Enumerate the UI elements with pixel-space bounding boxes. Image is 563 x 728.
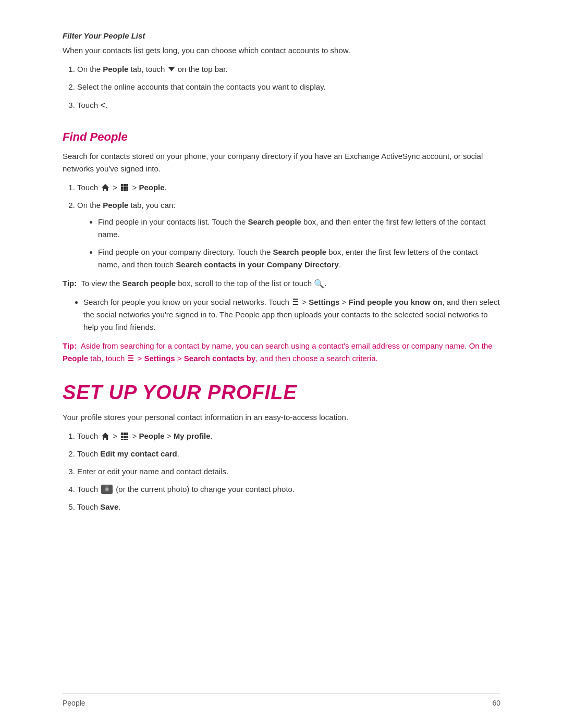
- svg-rect-8: [127, 190, 128, 191]
- setup-profile-title: SET UP YOUR PROFILE: [63, 381, 500, 404]
- tip-1-label: Tip:: [63, 279, 77, 288]
- filter-step-3: Touch <.: [77, 98, 500, 114]
- filter-step-2: Select the online accounts that contain …: [77, 81, 500, 93]
- find-bullet-3: Search for people you know on your socia…: [83, 296, 500, 334]
- menu-dots-icon: [292, 298, 299, 307]
- svg-rect-3: [121, 187, 124, 190]
- svg-rect-1: [124, 184, 127, 187]
- down-arrow-icon: [168, 67, 175, 71]
- filter-steps: On the People tab, touch on the top bar.…: [77, 63, 500, 114]
- find-bullets: Find people in your contacts list. Touch…: [98, 216, 500, 271]
- filter-description: When your contacts list gets long, you c…: [63, 44, 500, 57]
- home-icon-2: [101, 431, 110, 441]
- svg-rect-23: [127, 439, 128, 440]
- svg-rect-20: [127, 436, 128, 438]
- setup-step-2: Touch Edit my contact card.: [77, 448, 500, 460]
- filter-title: Filter Your People List: [63, 31, 500, 40]
- search-icon: 🔍: [314, 279, 324, 288]
- find-bullet-3-list: Search for people you know on your socia…: [83, 296, 500, 334]
- setup-profile-steps: Touch > > People > My profile.: [77, 430, 500, 513]
- setup-profile-section: SET UP YOUR PROFILE Your profile stores …: [63, 381, 500, 513]
- svg-rect-15: [121, 433, 124, 435]
- svg-rect-27: [105, 485, 109, 487]
- svg-rect-14: [128, 360, 133, 361]
- svg-rect-18: [121, 436, 124, 438]
- find-people-steps: Touch > > People.: [77, 181, 500, 271]
- footer-right: 60: [492, 699, 500, 707]
- setup-profile-description: Your profile stores your personal contac…: [63, 411, 500, 424]
- find-people-title: Find People: [63, 130, 500, 144]
- setup-step-3: Enter or edit your name and contact deta…: [77, 465, 500, 478]
- find-bullet-1: Find people in your contacts list. Touch…: [98, 216, 500, 241]
- svg-rect-13: [128, 357, 133, 359]
- setup-step-1: Touch > > People > My profile.: [77, 430, 500, 442]
- home-icon: [101, 183, 110, 192]
- svg-rect-2: [127, 184, 128, 187]
- svg-rect-11: [293, 304, 298, 305]
- svg-rect-0: [121, 184, 124, 187]
- svg-rect-22: [124, 439, 127, 440]
- find-step-1: Touch > > People.: [77, 181, 500, 194]
- grid-icon: [120, 183, 129, 192]
- svg-rect-6: [121, 190, 124, 191]
- svg-rect-4: [124, 187, 127, 190]
- svg-rect-21: [121, 439, 124, 440]
- svg-point-26: [106, 488, 108, 490]
- menu-dots-icon-2: [127, 354, 134, 363]
- setup-step-4: Touch (or the current photo) to change y…: [77, 483, 500, 496]
- grid-icon-2: [120, 431, 129, 441]
- filter-step-1: On the People tab, touch on the top bar.: [77, 63, 500, 76]
- camera-icon: [101, 485, 113, 494]
- filter-section: Filter Your People List When your contac…: [63, 31, 500, 114]
- find-bullet-2: Find people on your company directory. T…: [98, 246, 500, 271]
- svg-rect-7: [124, 190, 127, 191]
- tip-1: Tip: To view the Search people box, scro…: [63, 277, 500, 291]
- find-step-2: On the People tab, you can: Find people …: [77, 199, 500, 271]
- svg-rect-19: [124, 436, 127, 438]
- back-arrow-icon: <: [100, 98, 106, 113]
- page-footer: People 60: [63, 693, 500, 707]
- svg-rect-10: [293, 301, 298, 302]
- find-people-description: Search for contacts stored on your phone…: [63, 150, 500, 175]
- footer-left: People: [63, 699, 85, 707]
- find-people-section: Find People Search for contacts stored o…: [63, 130, 500, 365]
- setup-step-5: Touch Save.: [77, 501, 500, 513]
- tip-2-label: Tip:: [63, 341, 77, 350]
- svg-rect-17: [127, 433, 128, 435]
- svg-rect-12: [128, 355, 133, 356]
- svg-rect-9: [293, 299, 298, 300]
- svg-rect-16: [124, 433, 127, 435]
- tip-2: Tip: Aside from searching for a contact …: [63, 340, 500, 365]
- svg-rect-5: [127, 187, 128, 190]
